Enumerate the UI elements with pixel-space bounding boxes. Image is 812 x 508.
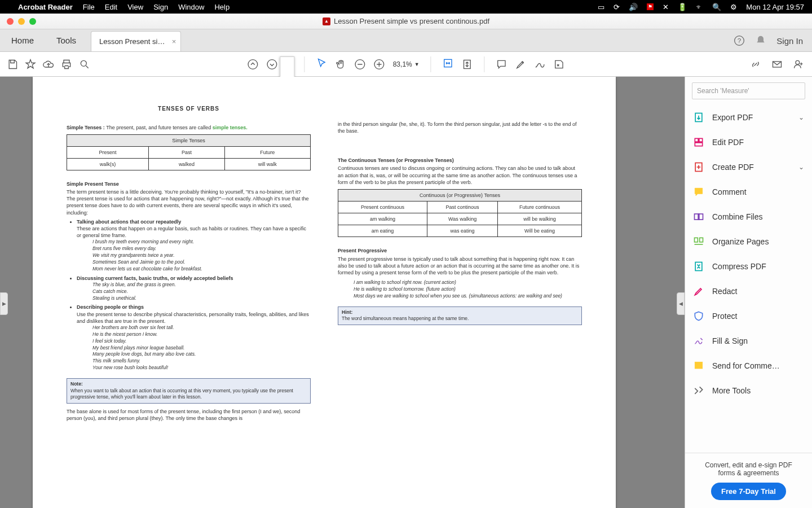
svg-point-2: [81, 60, 86, 66]
tool-export-pdf[interactable]: Export PDF⌄: [685, 105, 812, 130]
free-trial-button[interactable]: Free 7-Day Trial: [711, 483, 786, 500]
tab-document-label: Lesson Present si…: [99, 37, 165, 46]
menu-help[interactable]: Help: [214, 3, 230, 11]
erase-icon[interactable]: [554, 59, 565, 70]
note-box: Note:When you want to talk about an acti…: [67, 378, 311, 403]
hand-tool-icon[interactable]: [336, 59, 347, 70]
svg-text:?: ?: [738, 37, 742, 44]
status-wifi-icon[interactable]: ᯤ: [696, 3, 703, 11]
tool-redact[interactable]: Redact: [685, 279, 812, 304]
tools-search-input[interactable]: Search 'Measure': [692, 82, 805, 99]
email-icon[interactable]: [771, 59, 783, 70]
chevron-down-icon: ▼: [414, 62, 420, 67]
status-x-icon[interactable]: ✕: [663, 3, 669, 11]
nav-tools[interactable]: Tools: [45, 29, 87, 51]
save-icon[interactable]: [7, 59, 18, 70]
svg-rect-21: [695, 362, 702, 369]
svg-rect-13: [699, 138, 703, 142]
window-titlebar: ▲ Lesson Present simple vs present conti…: [0, 14, 812, 29]
page-down-icon[interactable]: [266, 59, 277, 70]
find-icon[interactable]: [79, 59, 90, 70]
pdf-file-icon: ▲: [323, 17, 330, 25]
menu-clock[interactable]: Mon 12 Apr 19:57: [746, 3, 804, 11]
tools-panel: Search 'Measure' Export PDF⌄ Edit PDF Cr…: [685, 77, 812, 508]
status-timemachine-icon[interactable]: ⟳: [614, 3, 620, 11]
status-flag-icon[interactable]: ⚑: [647, 3, 654, 10]
svg-rect-12: [695, 138, 698, 142]
menu-window[interactable]: Window: [178, 3, 204, 11]
tab-bar: Home Tools Lesson Present si… × ? Sign I…: [0, 29, 812, 52]
status-search-icon[interactable]: 🔍: [712, 3, 721, 11]
tool-fill-sign[interactable]: Fill & Sign: [685, 329, 812, 353]
select-tool-icon[interactable]: [316, 58, 328, 69]
tab-close-icon[interactable]: ×: [172, 37, 176, 46]
tool-more-tools[interactable]: More Tools: [685, 378, 812, 403]
svg-rect-14: [695, 143, 702, 146]
menu-sign[interactable]: Sign: [153, 3, 168, 11]
status-control-center-icon[interactable]: ⚙: [730, 3, 737, 11]
panel-toggle-right[interactable]: ◀: [677, 292, 685, 315]
tool-compress-pdf[interactable]: Compress PDF: [685, 254, 812, 279]
toolbar-separator: [431, 56, 431, 72]
bell-icon[interactable]: [755, 35, 766, 46]
chevron-down-icon: ⌄: [798, 163, 804, 171]
tool-edit-pdf[interactable]: Edit PDF: [685, 130, 812, 155]
window-title: Lesson Present simple vs present contino…: [334, 17, 489, 25]
mac-menu-bar: Acrobat Reader File Edit View Sign Windo…: [0, 0, 812, 14]
app-name[interactable]: Acrobat Reader: [18, 3, 73, 11]
menu-file[interactable]: File: [83, 3, 95, 11]
tool-combine-files[interactable]: Combine Files: [685, 204, 812, 229]
tool-create-pdf[interactable]: Create PDF⌄: [685, 155, 812, 179]
menu-view[interactable]: View: [127, 3, 143, 11]
status-volume-icon[interactable]: 🔊: [629, 3, 638, 11]
panel-toggle-left[interactable]: ▶: [0, 292, 8, 315]
comment-icon[interactable]: [496, 59, 508, 70]
star-icon[interactable]: [25, 59, 36, 70]
zoom-in-icon[interactable]: [374, 59, 385, 70]
svg-rect-18: [695, 238, 698, 242]
tab-document[interactable]: Lesson Present si… ×: [91, 31, 181, 51]
draw-icon[interactable]: [535, 59, 546, 70]
tool-comment[interactable]: Comment: [685, 179, 812, 204]
svg-point-4: [267, 59, 277, 69]
toolbar-separator: [484, 56, 485, 72]
toolbar-separator: [304, 56, 305, 72]
svg-point-3: [248, 59, 258, 69]
panel-footer: Convert, edit and e-sign PDF forms & agr…: [685, 453, 812, 508]
tool-organize-pages[interactable]: Organize Pages: [685, 229, 812, 254]
cloud-upload-icon[interactable]: [43, 59, 54, 70]
svg-rect-19: [700, 238, 703, 242]
nav-home[interactable]: Home: [0, 29, 45, 51]
page-up-icon[interactable]: [247, 59, 258, 70]
highlight-icon[interactable]: [515, 59, 527, 70]
doc-title: TENSES OF VERBS: [67, 105, 311, 113]
print-icon[interactable]: [61, 59, 72, 70]
share-person-icon[interactable]: [793, 59, 804, 70]
svg-point-10: [796, 60, 800, 64]
fit-width-icon[interactable]: [443, 58, 454, 69]
pdf-page: TENSES OF VERBS Simple Tenses : The pres…: [33, 77, 616, 508]
simple-tenses-table: Simple Tenses PresentPastFuture walk(s)w…: [67, 134, 311, 170]
tool-protect[interactable]: Protect: [685, 304, 812, 329]
status-display-icon[interactable]: ▭: [598, 3, 604, 11]
signin-link[interactable]: Sign In: [776, 36, 803, 46]
toolbar: / 1 83,1%▼: [0, 52, 812, 77]
hint-box: Hint:The word simultaneous means happeni…: [338, 306, 582, 325]
continuous-tenses-table: Continuous (or Progressive) Tenses Prese…: [338, 189, 582, 238]
link-icon[interactable]: [750, 59, 761, 70]
help-icon[interactable]: ?: [734, 35, 745, 46]
menu-edit[interactable]: Edit: [105, 3, 117, 11]
fit-page-icon[interactable]: [462, 59, 473, 70]
tool-send-for-comments[interactable]: Send for Comme…: [685, 353, 812, 378]
document-viewer[interactable]: ▶ ◀ TENSES OF VERBS Simple Tenses : The …: [0, 77, 685, 508]
zoom-dropdown[interactable]: 83,1%▼: [393, 60, 420, 68]
chevron-down-icon: ⌄: [798, 113, 804, 121]
status-battery-icon[interactable]: 🔋: [678, 3, 687, 11]
zoom-out-icon[interactable]: [355, 59, 366, 70]
